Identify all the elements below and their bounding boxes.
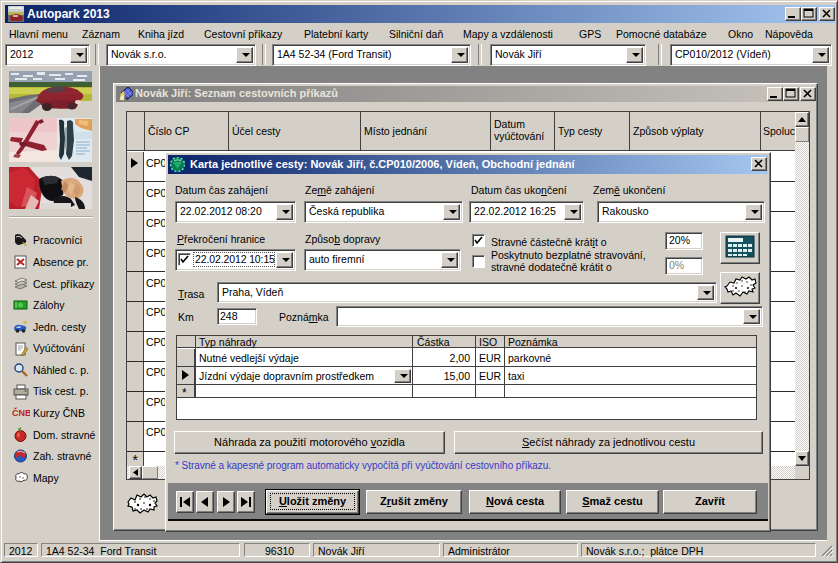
svg-text:ČNB: ČNB — [12, 407, 30, 418]
